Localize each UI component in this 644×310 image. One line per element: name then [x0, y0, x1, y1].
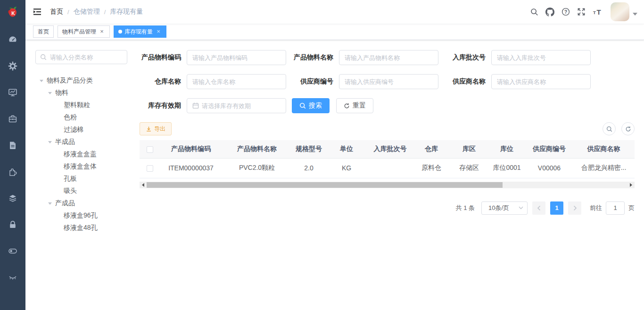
tree-node-label: 过滤棉 [64, 126, 83, 134]
sidebar-item-document[interactable] [0, 132, 25, 159]
category-search-input[interactable] [50, 54, 123, 61]
tree-node[interactable]: 产成品 [35, 197, 140, 209]
tree-node[interactable]: 移液盒48孔 [35, 222, 140, 234]
page-number-button[interactable]: 1 [550, 201, 563, 215]
tree-node[interactable]: 移液盒盒体 [35, 160, 140, 173]
sidebar-item-toggle[interactable] [0, 238, 25, 264]
field-input[interactable] [192, 78, 281, 85]
page-size-select[interactable]: 10条/页 [481, 201, 528, 215]
tree-node[interactable]: 吸头 [35, 185, 140, 197]
search-icon[interactable] [530, 8, 538, 16]
category-tree: 物料及产品分类物料塑料颗粒色粉过滤棉半成品移液盒盒盖移液盒盒体孔板吸头产成品移液… [35, 75, 140, 234]
field-label: 库存有效期 [140, 101, 187, 110]
category-search-box[interactable] [35, 50, 127, 64]
tab-1[interactable]: 物料产品管理× [58, 25, 110, 38]
top-navbar: 首页/仓储管理/库存现有量 ?TT [25, 0, 644, 24]
tree-node[interactable]: 移液盒盒盖 [35, 148, 140, 160]
sidebar-item-dashboard[interactable] [0, 26, 25, 53]
fullscreen-icon[interactable] [577, 8, 586, 16]
sidebar-collapse-icon[interactable] [33, 7, 42, 17]
tree-expand-icon[interactable] [40, 80, 47, 82]
lock-icon [8, 220, 17, 229]
column-header: 产品物料编码 [160, 140, 222, 158]
date-picker-input[interactable] [187, 98, 286, 113]
field-input[interactable] [497, 78, 585, 85]
table-cell [368, 158, 413, 178]
sidebar-item-lock[interactable] [0, 211, 25, 238]
tree-node[interactable]: 物料 [35, 87, 140, 99]
table-row[interactable]: ITEM00000037PVC2.0颗粒2.0KG原料仓存储区库位0001V00… [140, 158, 635, 178]
tree-expand-icon[interactable] [48, 92, 55, 94]
app-logo[interactable]: K [0, 0, 25, 25]
field-input-box[interactable] [187, 50, 286, 65]
next-page-button[interactable] [568, 201, 581, 215]
select-all-checkbox[interactable] [147, 146, 153, 153]
scrollbar-thumb[interactable] [147, 182, 503, 188]
table-cell: KG [325, 158, 368, 178]
grid-toolbar: 导出 [140, 122, 635, 135]
tab-close-icon[interactable]: × [155, 28, 162, 35]
scroll-left-icon[interactable] [140, 182, 147, 188]
tab-0[interactable]: 首页 [33, 25, 54, 38]
horizontal-scrollbar[interactable] [140, 182, 635, 188]
field-input-box[interactable] [339, 74, 438, 89]
filter-field-3: 仓库名称 [140, 74, 286, 89]
breadcrumb: 首页/仓储管理/库存现有量 [50, 8, 143, 16]
table-cell: 存储区 [450, 158, 488, 178]
reset-button-label: 重置 [353, 101, 366, 110]
breadcrumb-item[interactable]: 首页 [50, 8, 63, 16]
field-input[interactable] [345, 54, 433, 61]
field-input-box[interactable] [491, 74, 591, 89]
breadcrumb-item[interactable]: 仓储管理 [74, 8, 100, 16]
sidebar-item-monitor[interactable] [0, 79, 25, 106]
tree-node-label: 半成品 [55, 138, 75, 146]
tree-node[interactable]: 物料及产品分类 [35, 75, 140, 87]
tree-node[interactable]: 移液盒96孔 [35, 209, 140, 222]
field-input-box[interactable] [339, 50, 438, 65]
tree-node[interactable]: 过滤棉 [35, 124, 140, 136]
field-input-box[interactable] [187, 74, 286, 89]
toggle-icon [8, 246, 17, 256]
font-size-icon[interactable]: TT [593, 8, 603, 16]
avatar[interactable] [611, 2, 629, 21]
question-icon[interactable]: ? [561, 8, 570, 16]
tree-expand-icon[interactable] [48, 202, 55, 205]
tree-node-label: 孔板 [64, 175, 77, 183]
reset-button[interactable]: 重置 [336, 98, 373, 113]
pagination-total: 共 1 条 [456, 204, 475, 212]
search-icon [40, 54, 47, 60]
row-checkbox[interactable] [147, 165, 153, 172]
sidebar-item-eye-closed[interactable] [0, 264, 25, 291]
user-menu[interactable] [611, 2, 637, 21]
goto-page-input[interactable] [606, 201, 625, 215]
goto-label: 前往 [590, 204, 602, 212]
sidebar-item-gear[interactable] [0, 53, 25, 79]
field-input[interactable] [192, 54, 281, 61]
field-input[interactable] [345, 78, 433, 85]
sidebar-item-layers[interactable] [0, 185, 25, 211]
export-button[interactable]: 导出 [140, 122, 172, 135]
search-button[interactable]: 搜索 [292, 98, 330, 113]
tree-node[interactable]: 半成品 [35, 136, 140, 148]
stock-expiry-input[interactable] [202, 102, 281, 109]
scroll-right-icon[interactable] [627, 182, 635, 188]
sidebar-item-puzzle[interactable] [0, 159, 25, 185]
prev-page-button[interactable] [532, 201, 545, 215]
tree-node-label: 移液盒盒盖 [64, 150, 97, 159]
column-header: 单位 [325, 140, 368, 158]
tree-node[interactable]: 色粉 [35, 111, 140, 124]
field-input-box[interactable] [491, 50, 591, 65]
field-label: 供应商编号 [292, 77, 339, 86]
tree-expand-icon[interactable] [48, 141, 55, 143]
github-icon[interactable] [545, 8, 554, 17]
tab-close-icon[interactable]: × [99, 28, 105, 35]
tree-node[interactable]: 塑料颗粒 [35, 99, 140, 111]
field-input[interactable] [497, 54, 585, 61]
toggle-search-button[interactable] [603, 122, 616, 135]
refresh-table-button[interactable] [621, 122, 635, 135]
tab-2[interactable]: 库存现有量× [114, 25, 166, 38]
search-button-label: 搜索 [309, 101, 322, 110]
search-icon [299, 102, 306, 109]
sidebar-item-toolbox[interactable] [0, 106, 25, 132]
tree-node[interactable]: 孔板 [35, 173, 140, 185]
